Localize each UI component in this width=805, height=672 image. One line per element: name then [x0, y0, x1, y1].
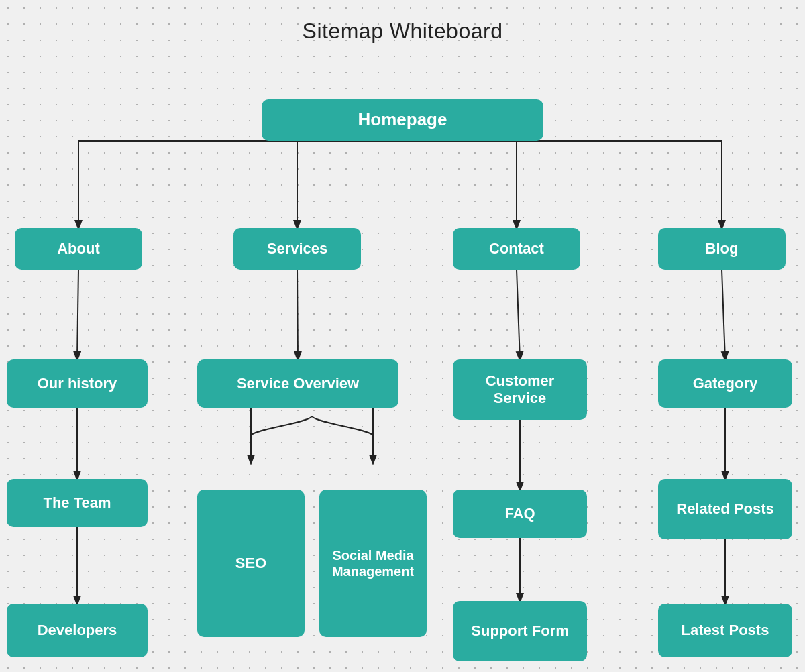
node-gategory: Gategory: [658, 359, 792, 408]
node-homepage: Homepage: [262, 99, 543, 141]
node-related-posts: Related Posts: [658, 479, 792, 539]
svg-line-7: [722, 270, 725, 359]
node-faq: FAQ: [453, 490, 587, 538]
node-seo: SEO: [197, 490, 305, 637]
node-customer-service: Customer Service: [453, 359, 587, 420]
page-title: Sitemap Whiteboard: [0, 0, 805, 44]
node-services: Services: [233, 228, 361, 270]
svg-line-3: [297, 270, 298, 359]
canvas: Sitemap Whiteboard: [0, 0, 805, 672]
node-developers: Developers: [7, 604, 148, 657]
svg-line-4: [517, 270, 520, 359]
node-service-overview: Service Overview: [197, 359, 398, 408]
node-the-team: The Team: [7, 479, 148, 527]
node-blog: Blog: [658, 228, 786, 270]
node-our-history: Our history: [7, 359, 148, 408]
node-latest-posts: Latest Posts: [658, 604, 792, 657]
node-about: About: [15, 228, 142, 270]
node-social-media: Social Media Management: [319, 490, 427, 637]
node-contact: Contact: [453, 228, 580, 270]
node-support-form: Support Form: [453, 601, 587, 661]
svg-line-0: [77, 270, 78, 359]
